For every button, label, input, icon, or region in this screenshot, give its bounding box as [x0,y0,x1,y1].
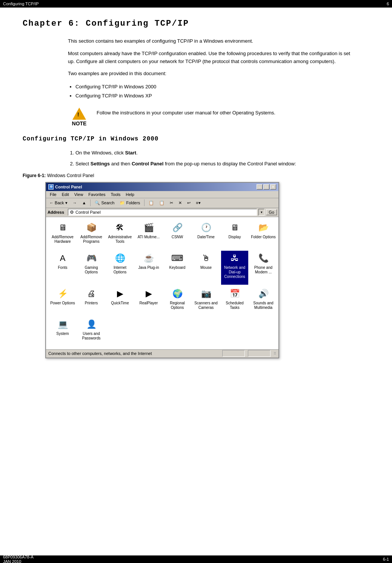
icon-regional-options[interactable]: 🌍Regional Options [164,286,191,316]
phone-modem-label: Phone and Modem ... [251,265,276,275]
menu-favorites[interactable]: Favorites [86,192,108,197]
step-2: Select Settings and then Control Panel f… [75,159,369,168]
win-toolbar: ← Back ▾ → ▲ 🔍 Search 📁 Folders 📋 📋 ✂ ✕ … [46,198,278,208]
icon-java-plugin[interactable]: ☕Java Plug-in [135,251,162,285]
add-remove-hardware-icon: 🖥 [57,222,69,234]
intro-para-3: Two examples are provided in this docume… [68,70,354,78]
win-titlebar-buttons[interactable]: ─ □ ✕ [257,184,276,190]
icon-internet-options[interactable]: 🌐Internet Options [106,251,134,285]
icon-sounds-multimedia[interactable]: 🔊Sounds and Multimedia [250,286,277,316]
phone-modem-icon: 📞 [257,252,269,264]
address-input[interactable]: ⚙ Control Panel [68,209,257,216]
forward-button[interactable]: → [71,200,79,206]
icon-display[interactable]: 🖥Display [221,220,248,250]
quicktime-icon: ▶ [114,288,126,300]
address-go-button[interactable]: Go [266,209,277,215]
header-bar: Configuring TCP/IP 6 [0,0,392,8]
mouse-label: Mouse [200,265,212,270]
regional-options-label: Regional Options [164,301,190,310]
icon-system[interactable]: 💻System [49,317,76,346]
step-1: On the Windows, click Start. [75,148,369,157]
steps-list: On the Windows, click Start. Select Sett… [75,148,369,168]
back-button[interactable]: ← Back ▾ [48,200,69,206]
icon-add-remove-hardware[interactable]: 🖥Add/Remove Hardware [49,220,76,250]
status-panel-2 [248,350,271,357]
win-titlebar: ⚙ Control Panel ─ □ ✕ [46,183,278,191]
icon-users-passwords[interactable]: 👤Users and Passwords [78,317,105,346]
win-menubar: File Edit View Favorites Tools Help [46,191,278,198]
icon-fonts[interactable]: AFonts [49,251,76,285]
icon-scanners-cameras[interactable]: 📷Scanners and Cameras [192,286,220,316]
history-button[interactable]: 📋 [147,200,156,206]
printers-label: Printers [85,301,98,305]
icon-add-remove-programs[interactable]: 📦Add/Remove Programs [78,220,105,250]
footer-bar: 68P09306A78-A JAN 2010 6-1 [0,555,392,563]
warning-triangle-icon [72,108,86,120]
note-text: Follow the instructions in your computer… [97,108,275,117]
icon-keyboard[interactable]: ⌨Keyboard [164,251,191,285]
menu-view[interactable]: View [72,192,86,197]
move-button[interactable]: ✂ [168,200,175,206]
folder-options-label: Folder Options [251,235,276,239]
quicktime-label: QuickTime [111,301,129,305]
resize-grip: ⠿ [274,352,276,356]
icon-phone-modem[interactable]: 📞Phone and Modem ... [250,251,277,285]
scanners-cameras-icon: 📷 [200,288,212,300]
win-addressbar: Address ⚙ Control Panel ▾ Go [46,208,278,217]
system-icon: 💻 [57,318,69,330]
sounds-multimedia-label: Sounds and Multimedia [251,301,276,310]
printers-icon: 🖨 [85,288,97,300]
icon-quicktime[interactable]: ▶QuickTime [106,286,134,316]
realplayer-label: RealPlayer [140,301,158,305]
add-remove-hardware-label: Add/Remove Hardware [50,235,75,244]
menu-help[interactable]: Help [123,192,137,197]
network-dialup-label: Network and Dial-up Connections [222,265,247,279]
views-button[interactable]: ≡▾ [194,200,202,206]
gaming-options-label: Gaming Options [78,265,104,275]
menu-file[interactable]: File [48,192,59,197]
icon-ati-multme[interactable]: 🎬ATI Multme... [135,220,162,250]
keyboard-label: Keyboard [169,265,186,270]
address-icon: ⚙ [70,210,74,215]
icon-mouse[interactable]: 🖱Mouse [192,251,220,285]
folders-button[interactable]: 📁 Folders [118,200,142,206]
folder-options-icon: 📂 [257,222,269,234]
keyboard-icon: ⌨ [171,252,183,264]
icon-gaming-options[interactable]: 🎮Gaming Options [78,251,105,285]
display-label: Display [229,235,241,239]
section-heading: Configuring TCP/IP in Windows 2000 [23,136,369,142]
up-button[interactable]: ▲ [80,200,88,206]
icon-administrative-tools[interactable]: 🛠Administrative Tools [106,220,134,250]
icon-realplayer[interactable]: ▶RealPlayer [135,286,162,316]
bullet-list: Configuring TCP/IP in Windows 2000 Confi… [75,82,369,100]
search-button[interactable]: 🔍 Search [93,200,116,206]
icon-power-options[interactable]: ⚡Power Options [49,286,76,316]
address-dropdown[interactable]: ▾ [258,209,264,216]
icon-scheduled-tasks[interactable]: 📅Scheduled Tasks [221,286,248,316]
icon-printers[interactable]: 🖨Printers [78,286,105,316]
menu-tools[interactable]: Tools [109,192,123,197]
icon-date-time[interactable]: 🕐Date/Time [192,220,220,250]
csnw-label: CSNW [172,235,183,239]
add-remove-programs-icon: 📦 [85,222,97,234]
realplayer-icon: ▶ [143,288,155,300]
undo-button[interactable]: ↩ [185,200,192,206]
fonts-label: Fonts [58,265,67,270]
icon-folder-options[interactable]: 📂Folder Options [250,220,277,250]
minimize-button[interactable]: ─ [257,184,263,190]
icon-csnw[interactable]: 🔗CSNW [164,220,191,250]
status-text: Connects to other computers, networks, a… [48,351,219,356]
copy-button[interactable]: 📋 [157,200,166,206]
main-content: Chapter 6: Configuring TCP/IP This secti… [0,8,392,381]
fonts-icon: A [57,252,69,264]
maximize-button[interactable]: □ [263,184,269,190]
network-dialup-icon: 🖧 [229,252,241,264]
figure-label: Figure 6-1: Windows Control Panel [23,173,369,178]
header-right: 6 [387,2,389,6]
menu-edit[interactable]: Edit [60,192,71,197]
sounds-multimedia-icon: 🔊 [257,288,269,300]
close-button[interactable]: ✕ [270,184,276,190]
win-titlebar-icon: ⚙ [48,184,54,190]
icon-network-dialup[interactable]: 🖧Network and Dial-up Connections [221,251,248,285]
delete-button[interactable]: ✕ [177,200,184,206]
